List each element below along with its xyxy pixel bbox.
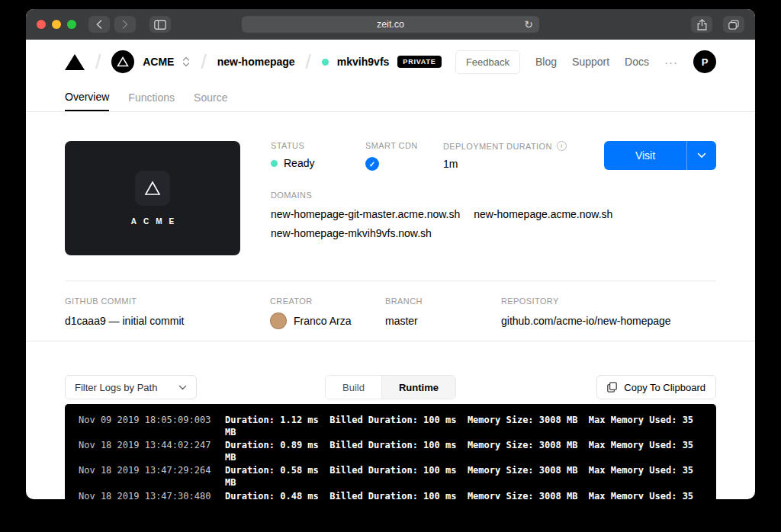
commit-value: d1caaa9 — initial commit (65, 312, 270, 329)
sidebar-icon (154, 20, 166, 30)
window-controls (37, 20, 76, 29)
log-message: Duration: 1.12 ms Billed Duration: 100 m… (225, 415, 702, 438)
sidebar-toggle-button[interactable] (149, 16, 171, 33)
domain-link[interactable]: new-homepage.acme.now.sh (474, 208, 612, 220)
log-entry: Nov 09 2019 18:05:09:003 Duration: 1.12 … (79, 415, 702, 438)
logs-tab-build[interactable]: Build (326, 376, 381, 399)
private-badge: PRIVATE (397, 56, 441, 68)
reload-button[interactable]: ↻ (524, 16, 533, 33)
log-message: Duration: 0.89 ms Billed Duration: 100 m… (225, 440, 702, 463)
branch-value: master (385, 312, 501, 329)
duration-label: DEPLOYMENT DURATION (443, 142, 552, 151)
tab-source[interactable]: Source (194, 84, 227, 111)
ready-dot-icon (271, 160, 278, 167)
logs-mode-toggle: Build Runtime (325, 375, 456, 399)
log-entry: Nov 18 2019 13:47:29:264 Duration: 0.58 … (79, 465, 702, 489)
log-message: Duration: 0.48 ms Billed Duration: 100 m… (225, 491, 702, 499)
forward-button[interactable] (114, 16, 136, 33)
commit-label: GITHUB COMMIT (65, 296, 270, 306)
chevron-right-icon (122, 20, 128, 29)
filter-logs-dropdown[interactable]: Filter Logs by Path (65, 375, 197, 399)
project-name[interactable]: new-homepage (217, 56, 295, 68)
team-name[interactable]: ACME (143, 56, 174, 68)
creator-name: Franco Arza (294, 315, 351, 327)
creator-label: CREATOR (270, 296, 385, 306)
duration-value: 1m (443, 158, 458, 170)
acme-triangle-icon (144, 181, 161, 196)
log-timestamp: Nov 18 2019 13:47:30:480 (79, 491, 225, 499)
log-timestamp: Nov 09 2019 18:05:09:003 (79, 415, 225, 438)
site-header: / ACME / new-homepage / mkvih9vfs PRIVAT… (26, 40, 755, 84)
breadcrumb-separator: / (201, 50, 206, 74)
tab-overview[interactable]: Overview (65, 84, 109, 111)
browser-titlebar: zeit.co ↻ (26, 9, 755, 40)
tab-functions[interactable]: Functions (128, 84, 175, 111)
log-entry: Nov 18 2019 13:44:02:247 Duration: 0.89 … (79, 440, 702, 463)
deployment-id[interactable]: mkvih9vfs (337, 56, 389, 68)
visit-dropdown-button[interactable] (687, 141, 716, 170)
repository-label: REPOSITORY (501, 296, 671, 306)
creator-avatar (270, 312, 287, 329)
more-menu-icon[interactable]: ··· (664, 56, 678, 69)
domain-link[interactable]: new-homepage-mkvih9vfs.now.sh (271, 227, 432, 239)
url-field[interactable]: zeit.co ↻ (242, 16, 539, 33)
chevron-down-icon (178, 385, 187, 390)
tab-overview-button[interactable] (723, 16, 744, 33)
copy-icon (607, 382, 617, 393)
deployment-overview: ACME STATUS Ready SMART CDN ✓ (65, 141, 716, 255)
tab-bar: Overview Functions Source (26, 84, 755, 112)
minimize-button[interactable] (52, 20, 61, 29)
close-button[interactable] (37, 20, 46, 29)
breadcrumb-separator: / (306, 50, 311, 74)
nav-link-support[interactable]: Support (572, 56, 609, 68)
nav-link-blog[interactable]: Blog (535, 56, 557, 68)
zeit-logo-icon[interactable] (65, 54, 85, 70)
filter-logs-label: Filter Logs by Path (75, 382, 157, 393)
visit-button[interactable]: Visit (604, 141, 716, 170)
branch-label: BRANCH (385, 296, 501, 306)
copy-to-clipboard-label: Copy To Clipboard (624, 382, 705, 393)
log-message: Duration: 0.58 ms Billed Duration: 100 m… (225, 465, 702, 489)
visit-button-label[interactable]: Visit (604, 141, 686, 170)
status-label: STATUS (271, 141, 365, 150)
team-switcher-icon[interactable] (182, 56, 190, 68)
domains-label: DOMAINS (271, 191, 716, 200)
deployment-preview-card[interactable]: ACME (65, 141, 240, 255)
feedback-button[interactable]: Feedback (455, 50, 520, 74)
tabs-icon (728, 20, 739, 30)
browser-window: zeit.co ↻ / ACME / new-homepage / mkvih9… (26, 9, 755, 499)
deployment-meta: GITHUB COMMIT d1caaa9 — initial commit C… (65, 281, 716, 341)
logs-toolbar: Filter Logs by Path Build Runtime Copy T… (65, 375, 716, 399)
acme-triangle-icon (117, 56, 129, 67)
copy-to-clipboard-button[interactable]: Copy To Clipboard (596, 375, 716, 399)
chevron-down-icon (697, 152, 706, 159)
nav-link-docs[interactable]: Docs (625, 56, 649, 68)
breadcrumb-separator: / (95, 50, 101, 74)
back-button[interactable] (88, 16, 110, 33)
log-timestamp: Nov 18 2019 13:47:29:264 (79, 465, 225, 489)
zoom-button[interactable] (67, 20, 76, 29)
runtime-logs-terminal[interactable]: Nov 09 2019 18:05:09:003 Duration: 1.12 … (65, 404, 716, 499)
user-avatar[interactable]: P (693, 50, 716, 73)
chevron-left-icon (96, 20, 102, 29)
section-divider (26, 341, 755, 341)
share-button[interactable] (691, 16, 712, 33)
preview-brand-text: ACME (124, 217, 181, 226)
acme-logo (135, 171, 170, 206)
info-icon[interactable]: i (557, 141, 567, 151)
log-entry: Nov 18 2019 13:47:30:480 Duration: 0.48 … (79, 491, 702, 499)
check-circle-icon: ✓ (365, 157, 379, 171)
repository-value[interactable]: github.com/acme-io/new-homepage (501, 312, 671, 329)
team-avatar[interactable] (111, 50, 134, 73)
status-value: Ready (284, 157, 314, 169)
smart-cdn-label: SMART CDN (365, 141, 443, 150)
logs-tab-runtime[interactable]: Runtime (381, 376, 455, 399)
share-icon (697, 19, 707, 30)
url-text: zeit.co (377, 19, 404, 30)
deployment-status-dot (322, 59, 329, 66)
domain-link[interactable]: new-homepage-git-master.acme.now.sh (271, 208, 460, 220)
log-timestamp: Nov 18 2019 13:44:02:247 (79, 440, 225, 463)
